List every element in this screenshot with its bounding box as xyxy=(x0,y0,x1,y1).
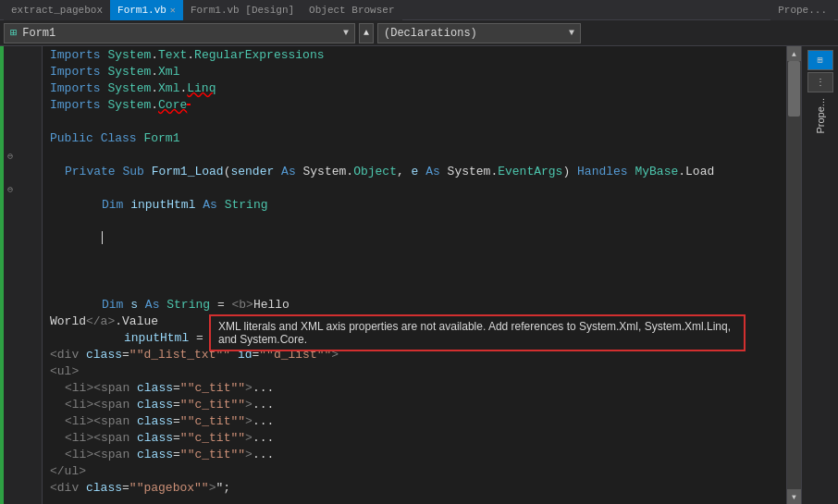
scroll-down-btn[interactable]: ▼ xyxy=(787,489,802,504)
member-dropdown-value: (Declarations) xyxy=(384,27,477,40)
code-line-blank2 xyxy=(43,146,786,163)
class-dropdown-arrow-icon: ▼ xyxy=(343,28,349,38)
code-line-3: Imports System.Xml.Linq xyxy=(43,80,786,96)
green-bar xyxy=(0,46,4,504)
tab-form1-vb-close-icon[interactable]: ✕ xyxy=(170,5,176,16)
code-line-cursor xyxy=(43,229,786,246)
code-line-html-li3: <li><span class = ""c_tit"" > ... xyxy=(43,412,786,429)
code-line-blank5 xyxy=(43,246,786,263)
properties-label: Prope... xyxy=(815,94,826,138)
code-line-blank8 xyxy=(43,496,786,504)
properties-icon-btn[interactable]: ⊞ xyxy=(807,50,833,70)
code-area[interactable]: Imports System.Text.RegularExpressions I… xyxy=(43,46,786,504)
code-line-dim-s: Dim s As String = <b> Hello xyxy=(43,296,786,313)
code-line-blank1 xyxy=(43,113,786,129)
code-line-html-ul: <ul> xyxy=(43,363,786,379)
tab-form1-vb[interactable]: Form1.vb ✕ xyxy=(110,0,183,20)
editor-container: ⊖ ⊖ Imports System.Text.RegularExpressio… xyxy=(0,46,838,504)
tab-extract-pagebox[interactable]: extract_pagebox xyxy=(4,0,110,20)
kw-imports-2: Imports xyxy=(50,65,101,79)
collapse-marker-class[interactable]: ⊖ xyxy=(7,149,13,166)
right-panel-label: Prope... xyxy=(778,5,827,16)
code-line-2: Imports System.Xml xyxy=(43,63,786,80)
kw-imports-1: Imports xyxy=(50,48,101,62)
left-gutter: ⊖ ⊖ xyxy=(0,46,43,504)
squiggle-indicator xyxy=(187,104,191,105)
tab-form1-design-label: Form1.vb [Design] xyxy=(191,5,294,16)
tab-object-browser[interactable]: Object Browser xyxy=(302,0,401,20)
code-line-html-li5: <li><span class = ""c_tit"" > ... xyxy=(43,446,786,462)
tab-bar: extract_pagebox Form1.vb ✕ Form1.vb [Des… xyxy=(0,0,838,20)
code-line-html-div2: <div class = ""pagebox"" > "; xyxy=(43,479,786,496)
code-lines: Imports System.Text.RegularExpressions I… xyxy=(43,46,786,504)
class-dropdown-value: Form1 xyxy=(22,27,55,40)
code-line-sub: Private Sub Form1_Load ( sender As Syste… xyxy=(43,163,786,179)
code-line-blank3 xyxy=(43,179,786,196)
member-dropdown[interactable]: (Declarations) ▼ xyxy=(377,23,581,43)
code-line-html-li4: <li><span class = ""c_tit"" > ... xyxy=(43,429,786,446)
collapse-marker-sub[interactable]: ⊖ xyxy=(7,182,13,199)
code-line-blank6 xyxy=(43,263,786,279)
scroll-track[interactable] xyxy=(787,61,801,489)
kw-imports-3: Imports xyxy=(50,81,101,95)
code-line-html-li2: <li><span class = ""c_tit"" > ... xyxy=(43,396,786,412)
scroll-up-btn[interactable]: ▲ xyxy=(787,46,802,61)
right-panel-btn[interactable]: Prope... xyxy=(770,0,834,20)
code-line-html-li1: <li><span class = ""c_tit"" > ... xyxy=(43,379,786,396)
toolbar: ⊞ Form1 ▼ ▲ (Declarations) ▼ xyxy=(0,20,838,46)
kw-imports-4: Imports xyxy=(50,98,101,112)
code-line-1: Imports System.Text.RegularExpressions xyxy=(43,46,786,63)
code-line-blank4 xyxy=(43,213,786,229)
scrollbar[interactable]: ▲ ▼ xyxy=(786,46,801,504)
code-line-class: Public Class Form1 xyxy=(43,129,786,146)
tab-extract-pagebox-label: extract_pagebox xyxy=(11,5,103,16)
code-line-world: World </a> .Value XML literals and XML a… xyxy=(43,313,786,329)
tab-object-browser-label: Object Browser xyxy=(309,5,394,16)
error-message: XML literals and XML axis properties are… xyxy=(218,320,731,346)
code-line-dim-inputhtml: Dim inputHtml As String xyxy=(43,196,786,213)
properties-panel: ⊞ ⋮ Prope... xyxy=(801,46,838,504)
code-line-blank7 xyxy=(43,279,786,296)
ns-1: System xyxy=(107,48,151,62)
form-icon: ⊞ xyxy=(10,26,17,40)
tab-form1-design[interactable]: Form1.vb [Design] xyxy=(183,0,302,20)
code-line-html-ul-close: </ul> xyxy=(43,462,786,479)
cursor xyxy=(102,231,103,244)
error-tooltip: XML literals and XML axis properties are… xyxy=(209,314,746,351)
grid-icon-btn[interactable]: ⋮ xyxy=(807,72,833,92)
scroll-thumb[interactable] xyxy=(788,61,800,117)
tab-form1-vb-label: Form1.vb xyxy=(117,5,166,16)
code-line-4: Imports System.Core xyxy=(43,96,786,113)
member-dropdown-arrow-icon: ▼ xyxy=(569,28,574,38)
class-dropdown[interactable]: ⊞ Form1 ▼ xyxy=(4,23,355,43)
scroll-up-btn[interactable]: ▲ xyxy=(359,23,374,43)
